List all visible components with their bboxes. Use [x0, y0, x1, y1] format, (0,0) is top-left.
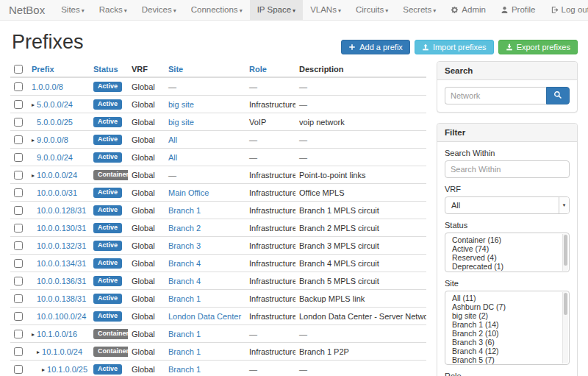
site-option[interactable]: All (11): [445, 294, 569, 302]
row-checkbox[interactable]: [14, 118, 23, 127]
site-option[interactable]: Branch 5 (7): [445, 355, 569, 364]
status-option[interactable]: Deprecated (1): [445, 262, 569, 271]
site-option[interactable]: COLO-1-2A (3): [445, 364, 569, 365]
row-checkbox[interactable]: [14, 259, 23, 268]
site-link[interactable]: Branch 1: [168, 206, 201, 215]
prefix-link[interactable]: 5.0.0.0/24: [37, 100, 73, 109]
search-within-input[interactable]: [445, 160, 570, 178]
site-link[interactable]: big site: [168, 118, 194, 127]
prefix-link[interactable]: 10.0.0.0/31: [37, 188, 77, 197]
expand-icon[interactable]: ▸: [42, 366, 45, 373]
expand-icon[interactable]: ▸: [32, 172, 35, 179]
site-link[interactable]: big site: [168, 100, 194, 109]
nav-item-racks[interactable]: Racks▾: [92, 0, 135, 20]
site-link[interactable]: Branch 3: [168, 241, 201, 250]
column-header-site[interactable]: Site: [165, 61, 245, 77]
search-input[interactable]: [445, 87, 546, 104]
status-option[interactable]: Reserved (4): [445, 253, 569, 262]
scrollbar[interactable]: [562, 292, 568, 363]
nav-item-admin[interactable]: Admin: [443, 0, 493, 20]
site-link[interactable]: Branch 1: [168, 330, 201, 338]
expand-icon[interactable]: ▸: [32, 137, 35, 143]
prefix-link[interactable]: 10.1.0.0/24: [42, 347, 82, 356]
search-button[interactable]: [546, 87, 570, 104]
add-a-prefix-button[interactable]: Add a prefix: [341, 40, 410, 54]
prefix-link[interactable]: 10.0.0.132/31: [37, 241, 86, 250]
row-checkbox[interactable]: [14, 365, 23, 374]
row-checkbox[interactable]: [14, 171, 23, 180]
site-option[interactable]: Branch 3 (6): [445, 338, 569, 347]
status-listbox[interactable]: Container (16)Active (74)Reserved (4)Dep…: [445, 233, 570, 272]
nav-item-profile[interactable]: Profile: [493, 0, 543, 20]
vrf-cell: Global: [128, 166, 165, 184]
nav-item-connections[interactable]: Connections▾: [184, 0, 250, 20]
prefix-link[interactable]: 10.1.0.0/25: [47, 365, 87, 374]
row-checkbox[interactable]: [14, 330, 23, 338]
site-link[interactable]: Branch 1: [168, 365, 201, 374]
prefix-link[interactable]: 10.0.100.0/24: [37, 312, 86, 321]
nav-item-vlans[interactable]: VLANs▾: [303, 0, 348, 20]
prefix-link[interactable]: 1.0.0.0/8: [32, 82, 63, 91]
nav-item-sites[interactable]: Sites▾: [54, 0, 92, 20]
row-checkbox[interactable]: [14, 294, 23, 303]
nav-item-devices[interactable]: Devices▾: [135, 0, 184, 20]
nav-item-log-out[interactable]: Log out: [543, 0, 588, 20]
prefix-link[interactable]: 10.0.0.138/31: [37, 294, 86, 303]
site-link[interactable]: Branch 4: [168, 277, 201, 285]
status-option[interactable]: Container (16): [445, 235, 569, 244]
expand-icon[interactable]: ▸: [32, 102, 35, 108]
prefix-link[interactable]: 10.0.0.0/24: [37, 171, 77, 180]
row-checkbox[interactable]: [14, 135, 23, 144]
nav-item-circuits[interactable]: Circuits▾: [348, 0, 395, 20]
row-checkbox[interactable]: [14, 277, 23, 285]
prefix-link[interactable]: 10.0.0.130/31: [37, 224, 86, 233]
prefix-link[interactable]: 10.0.0.136/31: [37, 277, 86, 285]
prefix-link[interactable]: 10.1.0.0/16: [37, 330, 77, 338]
site-option[interactable]: Branch 2 (10): [445, 329, 569, 338]
row-checkbox[interactable]: [14, 312, 23, 321]
scrollbar[interactable]: [562, 234, 568, 271]
row-checkbox[interactable]: [14, 153, 23, 162]
site-option[interactable]: Branch 1 (14): [445, 320, 569, 329]
site-option[interactable]: Ashburn DC (7): [445, 302, 569, 311]
prefix-link[interactable]: 9.0.0.0/8: [37, 135, 68, 144]
column-header-role[interactable]: Role: [245, 61, 295, 77]
prefix-link[interactable]: 5.0.0.0/25: [37, 118, 73, 127]
import-prefixes-button[interactable]: Import prefixes: [415, 40, 494, 54]
prefix-link[interactable]: 10.0.0.128/31: [37, 206, 86, 215]
row-checkbox[interactable]: [14, 188, 23, 197]
prefix-table-wrap: PrefixStatusVRFSiteRoleDescription 1.0.0…: [10, 61, 426, 376]
site-link[interactable]: All: [168, 135, 177, 144]
nav-item-ip-space[interactable]: IP Space▾: [250, 0, 303, 20]
app-brand[interactable]: NetBox: [0, 0, 54, 20]
chevron-down-icon: ▾: [293, 7, 295, 14]
row-checkbox[interactable]: [14, 241, 23, 250]
site-listbox[interactable]: All (11)Ashburn DC (7)big site (2)Branch…: [445, 291, 570, 365]
site-option[interactable]: Branch 4 (12): [445, 347, 569, 355]
site-link[interactable]: Main Office: [168, 188, 209, 197]
site-link[interactable]: Branch 2: [168, 224, 201, 233]
site-link[interactable]: All: [168, 153, 177, 162]
row-checkbox[interactable]: [14, 206, 23, 215]
prefix-link[interactable]: 10.0.0.134/31: [37, 259, 86, 268]
site-option[interactable]: big site (2): [445, 311, 569, 320]
prefix-link[interactable]: 9.0.0.0/24: [37, 153, 73, 162]
column-header-status[interactable]: Status: [90, 61, 128, 77]
status-option[interactable]: Active (74): [445, 244, 569, 253]
column-header-prefix[interactable]: Prefix: [28, 61, 90, 77]
expand-icon[interactable]: ▸: [32, 331, 35, 338]
site-link[interactable]: Branch 4: [168, 259, 201, 268]
row-checkbox[interactable]: [14, 224, 23, 233]
site-link[interactable]: London Data Center: [168, 312, 241, 321]
select-all-checkbox[interactable]: [14, 65, 23, 74]
site-link[interactable]: Branch 1: [168, 347, 201, 356]
expand-icon[interactable]: ▸: [37, 349, 40, 355]
site-cell: Branch 1: [165, 325, 245, 343]
site-link[interactable]: Branch 1: [168, 294, 201, 303]
row-checkbox[interactable]: [14, 82, 23, 91]
export-prefixes-button[interactable]: Export prefixes: [498, 40, 578, 54]
vrf-select[interactable]: All ▼: [445, 196, 570, 214]
row-checkbox[interactable]: [14, 100, 23, 109]
row-checkbox[interactable]: [14, 347, 23, 356]
nav-item-secrets[interactable]: Secrets▾: [395, 0, 443, 20]
